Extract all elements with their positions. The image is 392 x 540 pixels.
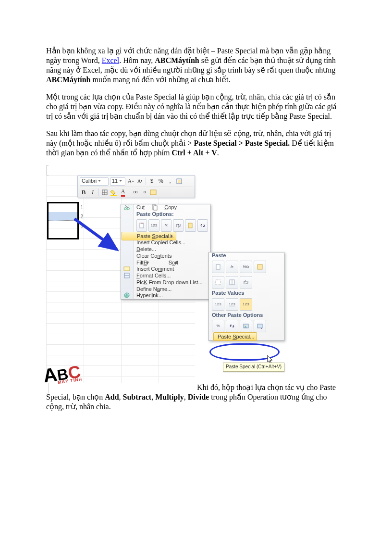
font-color-icon[interactable]: A [119, 188, 127, 196]
fly-linked-pic-icon[interactable] [254, 320, 266, 332]
paragraph-3: Sau khi làm thao tác copy, bạn dùng chuộ… [46, 129, 341, 158]
globe-icon [123, 292, 131, 300]
svg-rect-22 [257, 264, 262, 269]
flyout-paste-header: Paste [209, 251, 229, 259]
paste-formulas-icon[interactable]: fx [161, 219, 172, 232]
fill-color-icon[interactable] [110, 188, 118, 196]
paragraph-1: Hẳn bạn không xa lạ gì với chức năng dán… [46, 46, 341, 85]
svg-rect-15 [141, 223, 143, 224]
paste-special-flyout: Paste fx %fx Paste Values 123 123 123 [208, 252, 284, 341]
flyout-paste-special[interactable]: Paste Special... [213, 332, 257, 341]
svg-rect-5 [110, 195, 117, 196]
context-menu: Cut Copy Paste Options: 123 fx Paste Spe… [121, 204, 210, 300]
paste-values-icon[interactable]: 123 [148, 219, 159, 232]
fly-values-icon[interactable]: 123 [212, 298, 224, 311]
format-painter-icon[interactable] [175, 177, 183, 185]
currency-icon[interactable]: $ [148, 177, 156, 185]
paste-options-row: 123 fx [121, 218, 210, 233]
svg-rect-28 [257, 324, 262, 328]
bold-icon[interactable]: B [80, 188, 87, 196]
fly-paste-formulas-num-icon[interactable]: %fx [240, 261, 252, 273]
selection-box: 123 [47, 202, 79, 239]
fly-transpose-icon[interactable] [240, 276, 252, 289]
percent-icon[interactable]: % [157, 177, 165, 185]
italic-icon[interactable]: I [89, 188, 97, 196]
fly-col-width-icon[interactable] [226, 276, 238, 289]
blue-arrow-icon [73, 216, 121, 254]
fly-keep-source-icon[interactable] [254, 261, 266, 273]
fly-paste-formulas-icon[interactable]: fx [226, 261, 238, 273]
grow-font-icon[interactable]: A▴ [127, 177, 135, 185]
paste-transpose-icon[interactable] [173, 219, 184, 232]
fly-link-icon[interactable] [226, 320, 238, 332]
paste-formatting-icon[interactable] [185, 219, 196, 232]
svg-rect-17 [124, 267, 130, 271]
font-combo[interactable]: Calibri [80, 177, 109, 186]
fly-values-num-icon[interactable]: 123 [226, 298, 238, 311]
mini-toolbar: Calibri 11 A▴ A▾ $ % , B I [77, 175, 195, 198]
abc-logo: ABC MÁY TÍNH [42, 363, 83, 387]
paste-options-header: Paste Options: [121, 210, 177, 218]
svg-rect-23 [216, 280, 220, 285]
fly-values-src-icon[interactable]: 123 [240, 298, 252, 311]
paste-all-icon[interactable] [136, 219, 147, 232]
tooltip: Paste Special (Ctrl+Alt+V) [223, 363, 284, 372]
decrease-decimal-icon[interactable]: .0 [140, 188, 148, 196]
comma-icon[interactable]: , [166, 177, 174, 185]
figure-paragraph: Calibri 11 A▴ A▾ $ % , B I [46, 165, 341, 412]
merge-icon[interactable] [149, 188, 157, 196]
borders-icon[interactable] [101, 188, 109, 196]
screenshot: Calibri 11 A▴ A▾ $ % , B I [46, 165, 195, 393]
flyout-paste-values-header: Paste Values [209, 289, 247, 297]
flyout-other-header: Other Paste Options [209, 311, 266, 319]
menu-hyperlink[interactable]: Hyperlink... [121, 291, 166, 300]
paste-link-icon[interactable] [197, 219, 208, 232]
size-combo[interactable]: 11 [110, 177, 125, 186]
excel-link[interactable]: Excel [102, 56, 119, 64]
paragraph-2: Một trong các lựa chọn của Paste Special… [46, 92, 341, 121]
fly-no-borders-icon[interactable] [212, 276, 224, 289]
svg-point-27 [245, 325, 245, 326]
svg-rect-6 [150, 190, 156, 195]
increase-decimal-icon[interactable]: .00 [131, 188, 139, 196]
fly-paste-all-icon[interactable] [212, 261, 224, 273]
svg-rect-16 [188, 223, 192, 228]
fly-picture-icon[interactable] [240, 320, 252, 332]
fly-formatting-icon[interactable]: % [212, 320, 224, 332]
shrink-font-icon[interactable]: A▾ [136, 177, 144, 185]
svg-rect-21 [216, 264, 220, 269]
svg-rect-1 [178, 180, 181, 183]
